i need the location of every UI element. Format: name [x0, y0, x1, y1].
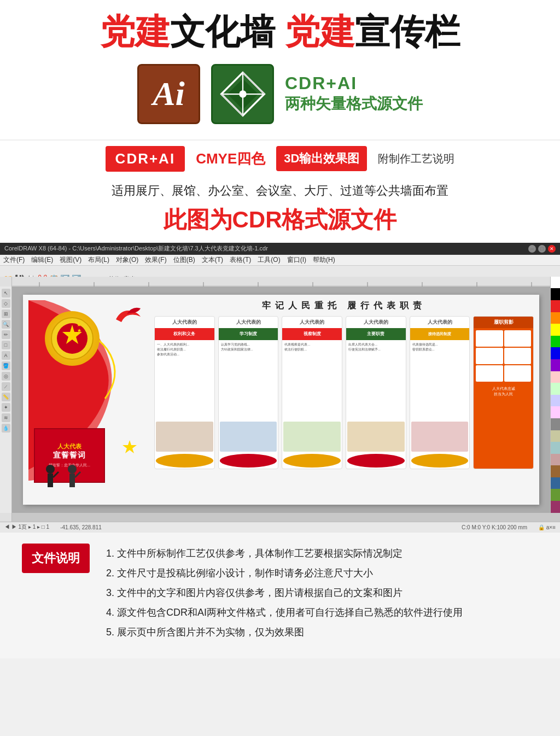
color-orange[interactable]	[551, 312, 560, 324]
badge-cmye: CMYE四色	[196, 149, 265, 168]
panel6-cell4	[504, 348, 531, 364]
emblem-circle	[45, 311, 100, 366]
note-3: 3. 文件中的文字和图片内容仅供参考，图片请根据自己的文案和图片	[106, 583, 538, 603]
menu-text[interactable]: 文本(T)	[202, 255, 223, 265]
tool-shape[interactable]: □	[2, 341, 10, 349]
color-pink[interactable]	[551, 406, 560, 418]
color-black[interactable]	[551, 288, 560, 300]
design-content: 人大代表 宣誓誓词 我宣誓：忠于中华人民...	[23, 295, 539, 505]
color-olive[interactable]	[551, 489, 560, 501]
color-teal[interactable]	[551, 442, 560, 454]
panel1-img	[156, 422, 213, 452]
color-salmon[interactable]	[551, 454, 560, 466]
color-blue[interactable]	[551, 347, 560, 359]
color-light-green[interactable]	[551, 383, 560, 395]
menu-effects[interactable]: 效果(F)	[145, 255, 166, 265]
tool-eyedropper[interactable]: 💧	[2, 424, 10, 433]
badge-cdr: CDR+AI	[106, 146, 185, 172]
note-1: 1. 文件中所标制作工艺仅供参考，具体制作工艺要根据实际情况制定	[106, 544, 538, 563]
emblem-svg	[50, 317, 94, 360]
win-buttons: ─ □ ✕	[528, 245, 556, 253]
tool-blend[interactable]: ≋	[2, 413, 10, 422]
minimize-btn[interactable]: ─	[528, 245, 536, 253]
tool-crop[interactable]: ⊞	[2, 309, 10, 318]
panel-lüzhi: 履职剪影 人大代表忠诚担当为人民	[473, 316, 534, 469]
panel4-bar: 主要职责	[346, 328, 406, 340]
note-2: 2. 文件尺寸是投稿比例缩小设计，制作时请务必注意尺寸大小	[106, 563, 538, 583]
svg-point-5	[239, 90, 247, 98]
ruler-h-svg	[12, 277, 550, 287]
panel6-cell1	[476, 330, 503, 347]
menu-table[interactable]: 表格(T)	[230, 255, 251, 265]
color-maroon[interactable]	[551, 501, 560, 513]
panel3-body: 代表视察是代表... 依法行使职权...	[282, 340, 342, 420]
panel1-oval	[156, 454, 213, 468]
title-mid-1: 文化墙	[170, 12, 285, 51]
tool-effect[interactable]: ✦	[2, 403, 10, 412]
tool-outline[interactable]: ◎	[2, 372, 10, 381]
menu-layout[interactable]: 布局(L)	[88, 255, 109, 265]
icons-row: Ai CDR+AI 两种矢量格式源文件	[22, 64, 538, 124]
menu-object[interactable]: 对象(O)	[116, 255, 138, 265]
ruler-horizontal	[12, 277, 550, 287]
panel6-cell5	[476, 365, 503, 382]
tool-node[interactable]: ◇	[2, 299, 10, 308]
color-light-blue[interactable]	[551, 395, 560, 407]
close-btn[interactable]: ✕	[548, 245, 556, 253]
maximize-btn[interactable]: □	[538, 245, 546, 253]
badge-note: 附制作工艺说明	[378, 151, 454, 166]
menu-window[interactable]: 窗口(I)	[287, 255, 306, 265]
tool-zoom[interactable]: 🔍	[2, 320, 10, 329]
panel5-oval	[411, 454, 469, 468]
tool-measure[interactable]: 📏	[2, 393, 10, 401]
menu-bitmap[interactable]: 位图(B)	[173, 255, 195, 265]
color-light-red[interactable]	[551, 371, 560, 383]
snap-icons: 🔒 a×≡	[538, 524, 556, 530]
svg-point-27	[68, 465, 77, 474]
panel3-img	[283, 422, 341, 452]
panel4-body: 出席人民代表大会... 行使宪法和法律赋予...	[346, 340, 406, 420]
big-cdr-title: 此图为CDR格式源文件	[0, 201, 560, 243]
color-yellow[interactable]	[551, 324, 560, 336]
menu-file[interactable]: 文件(F)	[3, 255, 25, 265]
note-5: 5. 展示页中所含图片并不为实物，仅为效果图	[106, 622, 538, 642]
tool-text[interactable]: A	[2, 351, 10, 360]
panel-shicha: 人大代表的 视察制度 代表视察是代表... 依法行使职权...	[282, 316, 342, 469]
color-khaki[interactable]	[551, 430, 560, 442]
cdr-screen: CorelDRAW X8 (64-84) - C:\Users\Administ…	[0, 243, 560, 533]
tool-connector[interactable]: ⟋	[2, 382, 10, 391]
footer-notes: 1. 文件中所标制作工艺仅供参考，具体制作工艺要根据实际情况制定 2. 文件尺寸…	[106, 544, 538, 642]
panels-area: 牢记人民重托 履行代表职责 人大代表的 权利和义务 一、人大代表的权利... 依…	[154, 300, 534, 499]
panel1-body: 一、人大代表的权利... 依法履行代表职责... 参加代表活动...	[155, 340, 214, 420]
footer-label: 文件说明	[22, 544, 90, 573]
panel5-body: 代表接待选民是... 密切联系群众...	[410, 340, 470, 420]
ai-icon: Ai	[137, 64, 200, 124]
footer-section: 文件说明 1. 文件中所标制作工艺仅供参考，具体制作工艺要根据实际情况制定 2.…	[0, 533, 560, 658]
menu-tools[interactable]: 工具(O)	[258, 255, 280, 265]
color-gray[interactable]	[551, 418, 560, 430]
color-purple[interactable]	[551, 359, 560, 371]
color-steel-blue[interactable]	[551, 477, 560, 489]
panel-jiedai: 人大代表的 接待选民制度 代表接待选民是... 密切联系群众...	[410, 316, 470, 469]
subtitle-row: 适用展厅、展馆、办公室、会议室、大厅、过道等公共墙面布置	[0, 178, 560, 201]
left-decoration: 人大代表 宣誓誓词 我宣誓：忠于中华人民...	[28, 300, 149, 499]
color-green[interactable]	[551, 336, 560, 348]
panel2-bar: 学习制度	[219, 328, 278, 340]
svg-line-29	[75, 472, 80, 477]
color-white[interactable]	[551, 277, 560, 289]
panel2-header: 人大代表的	[219, 317, 278, 328]
panel1-bar: 权利和义务	[155, 328, 214, 340]
menu-edit[interactable]: 编辑(E)	[31, 255, 53, 265]
menu-bar: 文件(F) 编辑(E) 视图(V) 布局(L) 对象(O) 效果(F) 位图(B…	[0, 255, 560, 266]
color-info: C:0 M:0 Y:0 K:100 200 mm	[462, 524, 527, 530]
panel5-bar: 接待选民制度	[410, 328, 470, 340]
color-brown[interactable]	[551, 465, 560, 477]
menu-view[interactable]: 视图(V)	[60, 255, 81, 265]
tool-select[interactable]: ↖	[2, 289, 10, 297]
silhouette-svg	[34, 464, 100, 496]
color-red[interactable]	[551, 300, 560, 312]
tool-fill[interactable]: 🪣	[2, 361, 10, 370]
format-line1: CDR+AI	[285, 73, 423, 94]
menu-help[interactable]: 帮助(H)	[313, 255, 335, 265]
tool-pen[interactable]: ✏	[2, 330, 10, 339]
